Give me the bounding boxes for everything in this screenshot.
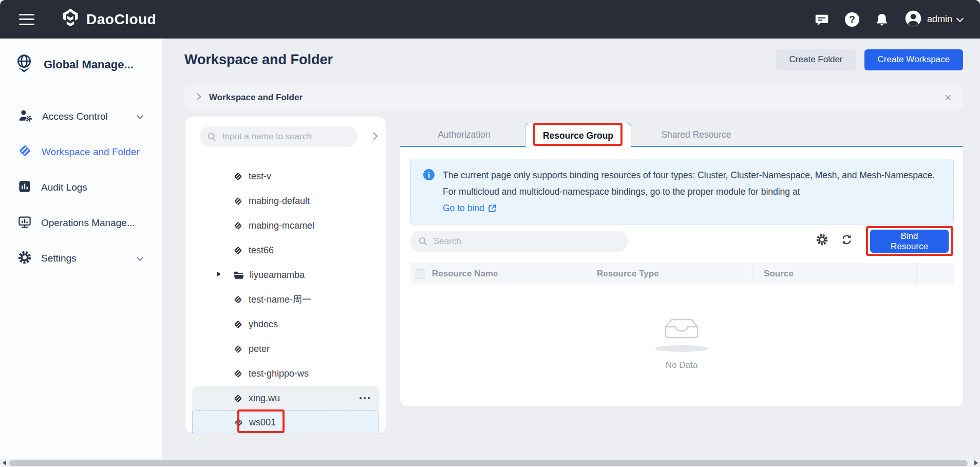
workspace-icon [233, 394, 243, 403]
workspace-icon [233, 344, 243, 354]
hamburger-menu-icon[interactable] [19, 14, 34, 25]
list-item[interactable]: test-v [192, 164, 379, 189]
close-icon[interactable]: × [945, 91, 952, 104]
workspace-name: test-v [249, 171, 271, 182]
brand-name: DaoCloud [86, 11, 156, 28]
help-icon[interactable]: ? [845, 12, 859, 27]
workspace-tree-panel: test-v mabing-default mabing-mcamel test… [185, 117, 386, 433]
workspace-icon [234, 418, 243, 427]
page-header: Workspace and Folder Create Folder Creat… [184, 46, 963, 73]
username: admin [927, 14, 952, 25]
user-menu[interactable]: admin [904, 10, 963, 29]
list-item[interactable]: test-ghippo-ws [192, 361, 379, 386]
workspace-name: test66 [249, 245, 274, 256]
breadcrumb: Workspace and Folder × [184, 85, 963, 110]
column-header: Resource Name [432, 269, 498, 279]
page-title: Workspace and Folder [184, 52, 333, 68]
tab-resource-group[interactable]: Resource Group [525, 123, 631, 148]
chat-icon[interactable] [814, 12, 830, 27]
resource-search-input[interactable] [432, 236, 628, 247]
create-workspace-button[interactable]: Create Workspace [864, 49, 963, 70]
workspace-search-input[interactable] [221, 131, 357, 142]
sidebar-item-workspace-and-folder[interactable]: Workspace and Folder [0, 134, 162, 170]
topbar: DaoCloud ? [0, 0, 980, 39]
topbar-actions: ? admin [814, 10, 980, 29]
list-item-selected[interactable]: ws001 [192, 410, 379, 433]
tab-authorization[interactable]: Authorization [411, 123, 517, 147]
list-item[interactable]: peter [192, 337, 379, 361]
column-header: Source [764, 269, 794, 279]
sidebar-item-label: Access Control [42, 111, 108, 122]
info-alert: i The current page only supports binding… [410, 159, 954, 225]
list-item[interactable]: mabing-default [192, 189, 379, 213]
workspace-icon [233, 196, 243, 206]
bar-chart-icon [18, 180, 31, 195]
caret-right-icon[interactable] [216, 270, 221, 279]
workspace-name: ws001 [249, 417, 276, 428]
list-item[interactable]: yhdocs [192, 312, 379, 337]
empty-text: No Data [666, 360, 698, 370]
scroll-left-arrow-icon[interactable] [0, 459, 8, 467]
resource-search[interactable] [410, 231, 628, 252]
breadcrumb-label: Workspace and Folder [209, 92, 303, 103]
table-settings-gear-icon[interactable] [816, 234, 828, 248]
bind-resource-button[interactable]: Bind Resource [870, 230, 949, 253]
globe-icon [14, 53, 34, 77]
workspace-name: peter [249, 344, 270, 354]
refresh-icon[interactable] [841, 234, 853, 248]
folder-icon [233, 270, 244, 280]
chevron-down-icon [956, 14, 964, 22]
gear-icon [18, 251, 31, 266]
sidebar-item-settings[interactable]: Settings [0, 240, 162, 276]
workspace-name: test-ghippo-ws [249, 368, 309, 379]
list-item[interactable]: liyueamamba [192, 263, 379, 287]
alert-text: The current page only supports binding r… [443, 170, 935, 197]
brand-logo[interactable]: DaoCloud [61, 8, 156, 31]
more-icon[interactable] [360, 397, 370, 399]
info-icon: i [423, 169, 435, 180]
chevron-down-icon [137, 254, 143, 261]
workspace-diamond-icon [18, 144, 32, 160]
user-gear-icon [18, 109, 32, 124]
search-icon [207, 132, 217, 142]
chevron-right-icon [196, 92, 202, 103]
workspace-icon [233, 172, 243, 181]
workspace-search[interactable] [199, 126, 357, 147]
go-to-bind-link[interactable]: Go to bind [443, 200, 497, 216]
horizontal-scrollbar[interactable] [0, 459, 980, 467]
folder-name: liyueamamba [250, 270, 305, 281]
sidebar-item-operations-manage[interactable]: Operations Manage... [0, 205, 162, 240]
sidebar-item-access-control[interactable]: Access Control [0, 99, 162, 134]
list-item[interactable]: mabing-mcamel [192, 213, 379, 238]
sidebar: Global Manage... Access Control [0, 39, 162, 467]
empty-state: No Data [400, 316, 963, 370]
workspace-icon [233, 369, 243, 379]
tab-underline [400, 146, 963, 147]
bell-icon[interactable] [875, 12, 889, 27]
tab-shared-resource[interactable]: Shared Resource [643, 123, 749, 147]
sidebar-menu: Access Control Workspace and Folder [0, 89, 162, 276]
product-switcher[interactable]: Global Manage... [0, 39, 162, 89]
create-folder-button[interactable]: Create Folder [776, 49, 856, 70]
resource-group-panel: i The current page only supports binding… [400, 146, 963, 406]
sidebar-item-label: Workspace and Folder [42, 146, 140, 158]
workspace-icon [233, 246, 243, 255]
select-all-checkbox[interactable] [416, 269, 425, 279]
list-item-hovered[interactable]: xing.wu [192, 386, 379, 410]
daocloud-cube-icon [61, 8, 80, 31]
list-item[interactable]: test-name-周一 [192, 287, 379, 312]
sidebar-item-audit-logs[interactable]: Audit Logs [0, 170, 162, 205]
panel-collapse-chevron-icon[interactable] [371, 130, 379, 144]
empty-icon-shadow [655, 345, 708, 352]
workspace-name: mabing-default [249, 196, 310, 207]
column-header: Resource Type [597, 269, 659, 279]
workspace-icon [233, 320, 243, 329]
list-item[interactable]: test66 [192, 238, 379, 263]
scrollbar-thumb[interactable] [9, 460, 968, 466]
workspace-name: mabing-mcamel [249, 220, 314, 231]
workspace-icon [233, 221, 243, 231]
scroll-right-arrow-icon[interactable] [972, 459, 980, 467]
sidebar-item-label: Settings [41, 253, 77, 264]
detail-tabs: Authorization Resource Group Shared Reso… [400, 123, 963, 147]
scrollbar-track[interactable] [8, 459, 972, 467]
